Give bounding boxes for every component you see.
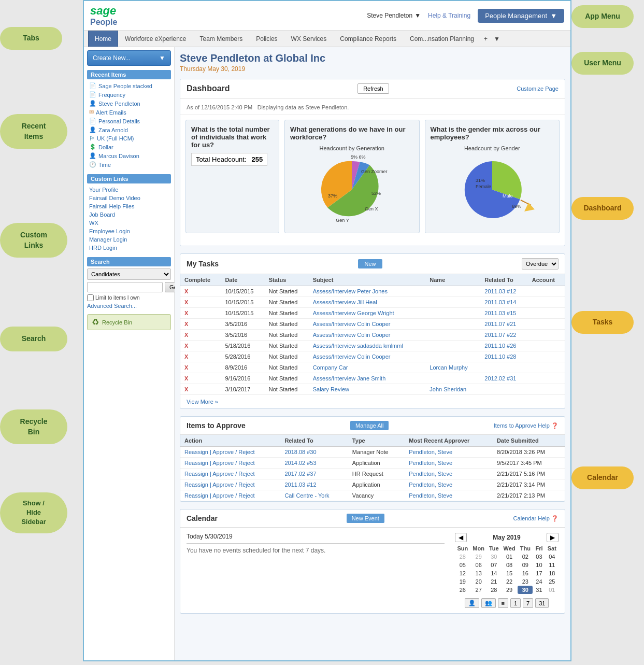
create-new-button[interactable]: Create New... ▼ [87,50,171,66]
approve-action-link[interactable]: Reassign | Approve / Reject [184,471,255,477]
cal-day[interactable]: 10 [533,561,545,569]
task-complete-x[interactable]: X [184,375,188,381]
recent-item-uk[interactable]: 🏳 UK (Full HCM) [87,134,171,143]
approve-related-link[interactable]: 2017.02 #37 [284,471,316,477]
cal-week-view-button[interactable]: 7 [523,598,533,608]
approve-action-link[interactable]: Reassign | Approve / Reject [184,460,255,466]
cal-day[interactable]: 05 [455,561,470,569]
custom-link-manager-login[interactable]: Manager Login [87,235,171,244]
app-menu-button[interactable]: People Management ▼ [478,9,564,23]
cal-day[interactable]: 21 [487,577,501,586]
approve-action-link[interactable]: Reassign | Approve / Reject [184,492,255,499]
tab-team-members[interactable]: Team Members [193,31,250,47]
custom-link-fairsail-demo[interactable]: Fairsail Demo Video [87,194,171,202]
search-type-select[interactable]: Candidates [87,268,171,280]
approver-link[interactable]: Pendleton, Steve [409,482,452,488]
refresh-button[interactable]: Refresh [357,83,389,94]
task-subject-link[interactable]: Assess/Interview sadasdda kmlmml [313,343,403,349]
calendar-help-link[interactable]: Calendar Help ❓ [513,515,559,522]
task-subject-link[interactable]: Assess/Interview Jane Smith [313,375,386,381]
new-event-button[interactable]: New Event [347,514,384,523]
task-related-link[interactable]: 2011.10 #28 [484,353,516,360]
tab-compensation[interactable]: Com...nsation Planning [403,31,481,47]
task-related-link[interactable]: 2011.07 #21 [484,321,516,327]
task-subject-link[interactable]: Company Car [313,364,348,371]
task-subject-link[interactable]: Salary Review [313,386,349,392]
cal-day[interactable]: 28 [487,586,501,594]
approver-link[interactable]: Pendleton, Steve [409,460,452,466]
cal-day[interactable]: 03 [533,553,545,561]
task-subject-link[interactable]: Assess/Interview Colin Cooper [313,332,391,338]
cal-day[interactable]: 29 [470,553,487,561]
cal-day[interactable]: 08 [501,561,518,569]
approve-related-link[interactable]: 2014.02 #53 [284,460,316,466]
search-input[interactable] [87,282,163,292]
task-related-link[interactable]: 2011.03 #15 [484,310,516,316]
cal-day-view-button[interactable]: 1 [510,598,521,608]
task-related-link[interactable]: 2011.03 #12 [484,288,516,294]
cal-next-button[interactable]: ▶ [547,533,559,542]
cal-day[interactable]: 16 [518,569,533,577]
cal-day[interactable]: 30 [487,553,501,561]
task-subject-link[interactable]: Assess/Interview Colin Cooper [313,321,391,327]
custom-link-job-board[interactable]: Job Board [87,210,171,219]
cal-day[interactable]: 11 [546,561,559,569]
task-complete-x[interactable]: X [184,321,188,327]
cal-group-view-button[interactable]: 👥 [481,598,496,608]
cal-day[interactable]: 15 [501,569,518,577]
cal-day[interactable]: 19 [455,577,470,586]
recent-item-dollar[interactable]: 💲 Dollar [87,143,171,151]
recent-item-personal-details[interactable]: 📄 Personal Details [87,117,171,125]
tab-wx-services[interactable]: WX Services [284,31,334,47]
cal-day[interactable]: 01 [546,586,559,594]
cal-day[interactable]: 20 [470,577,487,586]
limit-check-label[interactable]: Limit to items I own [87,294,171,301]
approve-help-link[interactable]: Items to Approve Help ❓ [494,422,559,429]
custom-link-hrd-login[interactable]: HRD Login [87,244,171,252]
cal-day[interactable]: 23 [518,577,533,586]
cal-day[interactable]: 29 [501,586,518,594]
cal-month-view-button[interactable]: 31 [535,598,549,608]
tasks-filter-select[interactable]: Overdue [522,258,559,270]
approve-related-link[interactable]: 2018.08 #30 [284,449,316,455]
task-name-link[interactable]: John Sheridan [430,386,466,392]
custom-link-employee-login[interactable]: Employee Login [87,227,171,235]
cal-day[interactable]: 04 [546,553,559,561]
task-complete-x[interactable]: X [184,299,188,305]
recent-item-steve[interactable]: 👤 Steve Pendleton [87,99,171,108]
task-related-link[interactable]: 2011.03 #14 [484,299,516,305]
manage-all-button[interactable]: Manage All [350,421,389,430]
task-complete-x[interactable]: X [184,343,188,349]
customize-link[interactable]: Customize Page [517,86,559,92]
recent-item-marcus[interactable]: 👤 Marcus Davison [87,151,171,160]
approver-link[interactable]: Pendleton, Steve [409,471,452,477]
cal-day[interactable]: 07 [487,561,501,569]
cal-day[interactable]: 06 [470,561,487,569]
task-complete-x[interactable]: X [184,364,188,371]
task-name-link[interactable]: Lorcan Murphy [430,364,467,371]
cal-day[interactable]: 22 [501,577,518,586]
cal-user-view-button[interactable]: 👤 [465,598,479,608]
tab-compliance[interactable]: Compliance Reports [333,31,403,47]
cal-day[interactable]: 26 [455,586,470,594]
cal-day[interactable]: 18 [546,569,559,577]
tab-add[interactable]: + [481,31,491,47]
approve-related-link[interactable]: Call Centre - York [284,492,329,499]
cal-day[interactable]: 17 [533,569,545,577]
approve-action-link[interactable]: Reassign | Approve / Reject [184,482,255,488]
limit-items-checkbox[interactable] [87,294,94,301]
recent-item-time[interactable]: 🕐 Time [87,160,171,169]
cal-day[interactable]: 14 [487,569,501,577]
task-subject-link[interactable]: Assess/Interview Peter Jones [313,288,388,294]
recent-item-sage-people[interactable]: 📄 Sage People stacked [87,81,171,90]
cal-day[interactable]: 31 [533,586,545,594]
task-complete-x[interactable]: X [184,288,188,294]
approver-link[interactable]: Pendleton, Steve [409,449,452,455]
recent-item-zara[interactable]: 👤 Zara Arnold [87,125,171,134]
cal-list-view-button[interactable]: ≡ [498,598,508,608]
cal-day[interactable]: 01 [501,553,518,561]
tab-home[interactable]: Home [88,31,118,47]
cal-day[interactable]: 12 [455,569,470,577]
task-complete-x[interactable]: X [184,332,188,338]
cal-day[interactable]: 25 [546,577,559,586]
